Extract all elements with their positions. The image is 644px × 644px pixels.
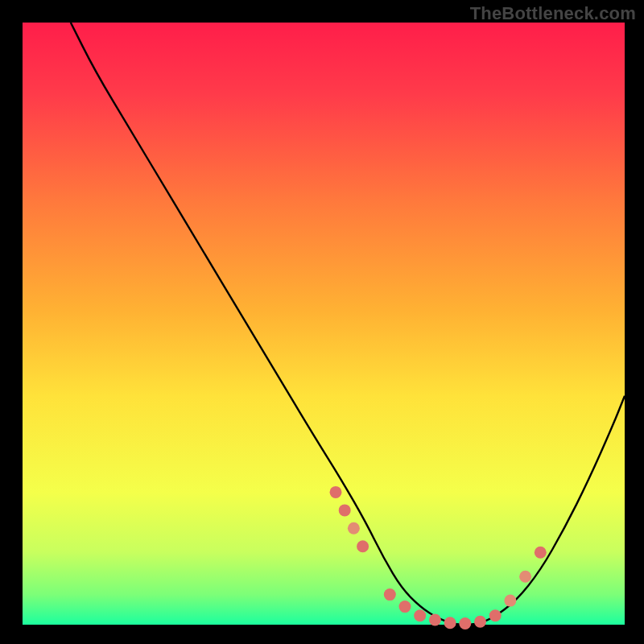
marker-dot: [444, 617, 456, 629]
marker-dot: [489, 609, 502, 621]
marker-dot: [384, 588, 396, 601]
marker-dot: [459, 617, 471, 630]
marker-dot: [504, 595, 516, 607]
marker-dot: [429, 614, 441, 626]
plot-background: [23, 23, 625, 625]
marker-dot: [414, 609, 426, 621]
marker-dot: [399, 601, 411, 613]
marker-dot: [348, 522, 360, 535]
chart-stage: TheBottleneck.com: [0, 0, 644, 644]
marker-dot: [519, 571, 531, 583]
marker-dot: [474, 616, 486, 628]
marker-dot: [535, 547, 547, 559]
marker-dot: [330, 486, 342, 498]
marker-dot: [357, 540, 369, 552]
marker-dot: [339, 504, 351, 516]
bottleneck-chart: [0, 0, 644, 644]
